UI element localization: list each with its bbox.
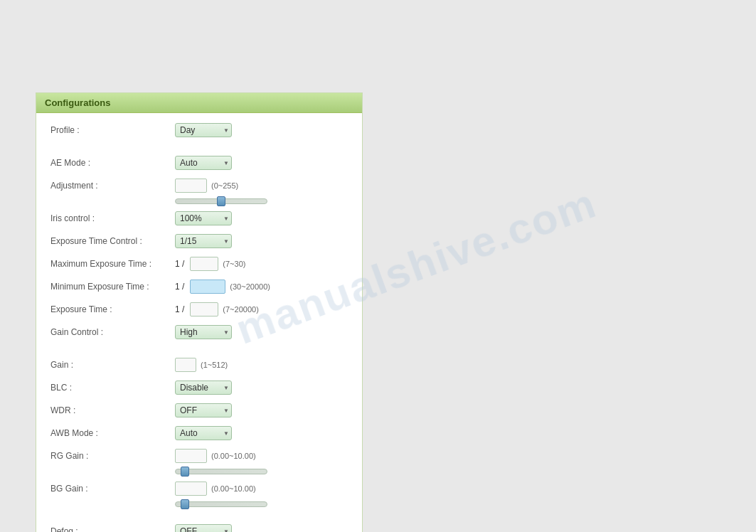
iris-control-select[interactable]: 100% 75% 50% — [175, 211, 232, 225]
adjustment-slider-thumb[interactable] — [217, 196, 225, 206]
exposure-time-control-select-wrapper: 1/15 1/30 1/60 — [175, 234, 232, 248]
bg-gain-range: (0.00~10.00) — [211, 484, 256, 493]
defog-row: Defog : OFF ON — [50, 521, 348, 532]
gain-control-row: Gain Control : High Middle Low — [50, 322, 348, 342]
rg-gain-control: 1.00 (0.00~10.00) — [175, 449, 348, 463]
defog-label: Defog : — [50, 526, 175, 532]
gain-range: (1~512) — [201, 361, 228, 369]
adjustment-row: Adjustment : 128 (0~255) — [50, 176, 348, 196]
awb-mode-label: AWB Mode : — [50, 428, 175, 438]
adjustment-control: 128 (0~255) — [175, 179, 348, 193]
profile-row: Profile : Day Night Schedule — [50, 120, 348, 140]
max-exposure-row: Maximum Exposure Time : 1 / 15 (7~30) — [50, 254, 348, 274]
awb-mode-select[interactable]: Auto Manual — [175, 426, 232, 440]
min-exposure-range: (30~20000) — [230, 282, 270, 291]
min-exposure-input[interactable]: 10000 — [190, 280, 225, 294]
bg-gain-control: 1.00 (0.00~10.00) — [175, 482, 348, 496]
ae-mode-select-wrapper: Auto Manual — [175, 156, 232, 170]
blc-select-wrapper: Disable Enable — [175, 381, 232, 395]
bg-gain-row: BG Gain : 1.00 (0.00~10.00) — [50, 479, 348, 499]
rg-gain-input[interactable]: 1.00 — [175, 449, 207, 463]
gain-control-select[interactable]: High Middle Low — [175, 325, 232, 339]
exposure-time-input[interactable]: 30 — [190, 302, 218, 316]
blc-control: Disable Enable — [175, 381, 348, 395]
wdr-select-wrapper: OFF ON — [175, 403, 232, 417]
wdr-control: OFF ON — [175, 403, 348, 417]
iris-control-label: Iris control : — [50, 213, 175, 223]
exposure-time-control-select[interactable]: 1/15 1/30 1/60 — [175, 234, 232, 248]
config-body: Profile : Day Night Schedule AE Mode : — [36, 113, 362, 532]
iris-control-select-wrapper: 100% 75% 50% — [175, 211, 232, 225]
max-exposure-input[interactable]: 15 — [190, 257, 218, 271]
max-exposure-prefix: 1 / — [175, 259, 184, 269]
defog-control: OFF ON — [175, 524, 348, 532]
max-exposure-control: 1 / 15 (7~30) — [175, 257, 348, 271]
blc-row: BLC : Disable Enable — [50, 378, 348, 398]
awb-mode-select-wrapper: Auto Manual — [175, 426, 232, 440]
adjustment-input[interactable]: 128 — [175, 179, 207, 193]
exposure-time-prefix: 1 / — [175, 304, 184, 314]
min-exposure-row: Minimum Exposure Time : 1 / 10000 (30~20… — [50, 277, 348, 297]
gain-control-control: High Middle Low — [175, 325, 348, 339]
rg-gain-label: RG Gain : — [50, 451, 175, 461]
profile-select[interactable]: Day Night Schedule — [175, 123, 232, 137]
blc-select[interactable]: Disable Enable — [175, 381, 232, 395]
awb-mode-control: Auto Manual — [175, 426, 348, 440]
rg-gain-row: RG Gain : 1.00 (0.00~10.00) — [50, 446, 348, 466]
config-header: Configurations — [36, 93, 362, 113]
max-exposure-range: (7~30) — [223, 260, 245, 268]
gain-input[interactable]: 1 — [175, 358, 196, 372]
adjustment-slider-track[interactable] — [175, 198, 267, 204]
ae-mode-row: AE Mode : Auto Manual — [50, 153, 348, 173]
rg-gain-range: (0.00~10.00) — [211, 452, 256, 460]
rg-gain-slider-thumb[interactable] — [181, 467, 189, 477]
bg-gain-slider-row — [50, 501, 348, 507]
gain-control-label: Gain Control : — [50, 327, 175, 337]
profile-select-wrapper: Day Night Schedule — [175, 123, 232, 137]
adjustment-slider-row — [50, 198, 348, 204]
defog-select[interactable]: OFF ON — [175, 524, 232, 532]
blc-label: BLC : — [50, 383, 175, 393]
gain-control-select-wrapper: High Middle Low — [175, 325, 232, 339]
exposure-time-range: (7~20000) — [223, 305, 258, 314]
exposure-time-control-control: 1/15 1/30 1/60 — [175, 234, 348, 248]
gain-label: Gain : — [50, 360, 175, 370]
min-exposure-control: 1 / 10000 (30~20000) — [175, 280, 348, 294]
gain-row: Gain : 1 (1~512) — [50, 355, 348, 375]
gain-control2: 1 (1~512) — [175, 358, 348, 372]
wdr-label: WDR : — [50, 405, 175, 415]
exposure-time-row: Exposure Time : 1 / 30 (7~20000) — [50, 299, 348, 319]
rg-gain-slider-row — [50, 469, 348, 474]
bg-gain-label: BG Gain : — [50, 484, 175, 494]
max-exposure-label: Maximum Exposure Time : — [50, 259, 175, 269]
config-title: Configurations — [45, 97, 110, 108]
config-panel: Configurations Profile : Day Night Sched… — [36, 92, 363, 532]
rg-gain-slider-track[interactable] — [175, 469, 267, 474]
adjustment-label: Adjustment : — [50, 181, 175, 191]
ae-mode-label: AE Mode : — [50, 158, 175, 168]
exposure-time-control-label: Exposure Time Control : — [50, 236, 175, 246]
exposure-time-label: Exposure Time : — [50, 304, 175, 314]
min-exposure-label: Minimum Exposure Time : — [50, 282, 175, 292]
min-exposure-prefix: 1 / — [175, 282, 184, 292]
bg-gain-slider-track[interactable] — [175, 501, 267, 507]
wdr-select[interactable]: OFF ON — [175, 403, 232, 417]
wdr-row: WDR : OFF ON — [50, 400, 348, 420]
defog-select-wrapper: OFF ON — [175, 524, 232, 532]
profile-label: Profile : — [50, 125, 175, 135]
awb-mode-row: AWB Mode : Auto Manual — [50, 423, 348, 443]
ae-mode-select[interactable]: Auto Manual — [175, 156, 232, 170]
exposure-time-control2: 1 / 30 (7~20000) — [175, 302, 348, 316]
profile-control: Day Night Schedule — [175, 123, 348, 137]
bg-gain-slider-thumb[interactable] — [181, 499, 189, 509]
adjustment-range: (0~255) — [211, 181, 238, 190]
ae-mode-control: Auto Manual — [175, 156, 348, 170]
exposure-time-control-row: Exposure Time Control : 1/15 1/30 1/60 — [50, 231, 348, 251]
iris-control-row: Iris control : 100% 75% 50% — [50, 208, 348, 228]
bg-gain-input[interactable]: 1.00 — [175, 482, 207, 496]
iris-control-control: 100% 75% 50% — [175, 211, 348, 225]
